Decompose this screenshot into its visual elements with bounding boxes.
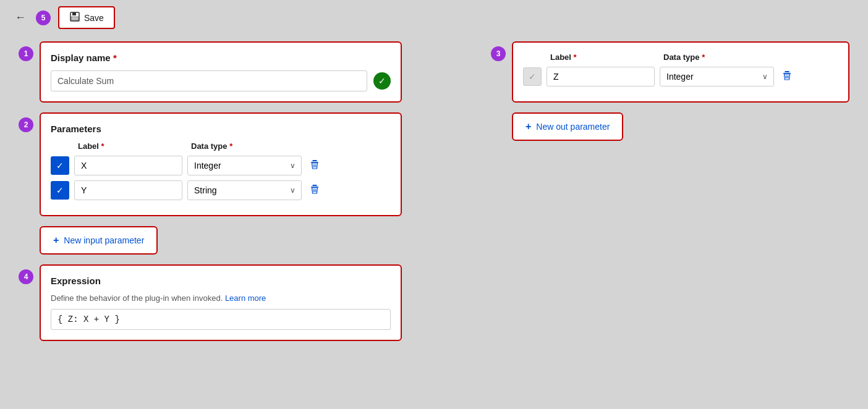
plus-icon-out: + xyxy=(525,121,531,132)
learn-more-link[interactable]: Learn more xyxy=(225,293,266,303)
param-datatype-select-x[interactable]: Integer String Boolean Float Date xyxy=(187,156,302,175)
out-param-row-z: ✓ Integer String Boolean Float Date ∨ xyxy=(523,67,838,86)
out-param-headers: Label * Data type * xyxy=(523,53,838,62)
step-1-badge: 1 xyxy=(19,46,33,61)
parameters-section: 2 Parameters Label * Data type * ✓ xyxy=(19,112,402,216)
parameters-card: Parameters Label * Data type * ✓ xyxy=(40,112,402,216)
new-out-param-label: New out parameter xyxy=(536,122,610,132)
display-name-input-wrapper: ✓ xyxy=(51,70,391,91)
param-checkbox-y[interactable]: ✓ xyxy=(51,181,69,200)
left-column: 1 Display name * ✓ 2 Parameters xyxy=(19,41,402,341)
delete-param-y-button[interactable] xyxy=(307,181,323,200)
back-button[interactable]: ← xyxy=(12,9,28,27)
parameters-title: Parameters xyxy=(51,124,391,134)
toolbar: ← 5 Save xyxy=(0,0,868,35)
new-out-param-button[interactable]: + New out parameter xyxy=(512,112,623,141)
out-parameter-section: 3 Label * Data type * xyxy=(491,41,849,141)
expression-title: Expression xyxy=(51,276,391,286)
param-label-input-y[interactable] xyxy=(74,180,182,200)
svg-rect-12 xyxy=(783,73,791,74)
out-param-datatype-select-z[interactable]: Integer String Boolean Float Date xyxy=(660,67,774,86)
svg-rect-4 xyxy=(311,162,318,163)
display-name-input[interactable] xyxy=(51,70,367,91)
step-5-badge: 5 xyxy=(36,11,51,25)
valid-checkmark: ✓ xyxy=(373,72,391,90)
param-datatype-select-wrapper-x: Integer String Boolean Float Date ∨ xyxy=(187,156,302,175)
display-name-section: 1 Display name * ✓ xyxy=(19,41,402,103)
expression-input[interactable] xyxy=(51,309,391,330)
main-layout: 1 Display name * ✓ 2 Parameters xyxy=(0,35,868,353)
step-2-badge: 2 xyxy=(19,117,33,132)
expression-description: Define the behavior of the plug-in when … xyxy=(51,293,391,303)
svg-rect-8 xyxy=(311,187,318,188)
svg-rect-1 xyxy=(72,12,76,15)
step-3-badge: 3 xyxy=(491,46,506,61)
save-label: Save xyxy=(84,13,104,23)
out-param-card: Label * Data type * ✓ xyxy=(512,41,849,103)
param-row-x: ✓ Integer String Boolean Float Date ∨ xyxy=(51,156,391,175)
param-checkbox-x[interactable]: ✓ xyxy=(51,156,69,175)
out-param-datatype-select-wrapper-z: Integer String Boolean Float Date ∨ xyxy=(660,67,774,86)
expression-card: Expression Define the behavior of the pl… xyxy=(40,264,402,341)
display-name-card: Display name * ✓ xyxy=(40,41,402,103)
param-row-y: ✓ Integer String Boolean Float Date ∨ xyxy=(51,180,391,200)
out-param-label-input-z[interactable] xyxy=(547,67,655,86)
expression-section: 4 Expression Define the behavior of the … xyxy=(19,264,402,341)
new-input-param-button[interactable]: + New input parameter xyxy=(40,226,158,255)
datatype-header: Data type * xyxy=(191,141,305,151)
save-button[interactable]: Save xyxy=(58,6,115,29)
param-datatype-select-wrapper-y: Integer String Boolean Float Date ∨ xyxy=(187,180,302,200)
plus-icon: + xyxy=(53,235,59,246)
param-headers: Label * Data type * xyxy=(51,141,391,151)
delete-out-param-z-button[interactable] xyxy=(779,67,795,86)
out-datatype-header: Data type * xyxy=(663,53,778,62)
label-header: Label * xyxy=(78,141,186,151)
display-name-title: Display name * xyxy=(51,53,391,63)
save-icon xyxy=(69,11,80,24)
right-column: 3 Label * Data type * xyxy=(491,41,849,341)
step-4-badge: 4 xyxy=(19,269,33,284)
new-input-param-label: New input parameter xyxy=(64,235,144,245)
delete-param-x-button[interactable] xyxy=(307,156,323,175)
out-label-header: Label * xyxy=(550,53,658,62)
out-param-checkbox-z[interactable]: ✓ xyxy=(523,67,542,86)
svg-rect-2 xyxy=(71,17,79,20)
param-label-input-x[interactable] xyxy=(74,156,182,175)
param-datatype-select-y[interactable]: Integer String Boolean Float Date xyxy=(187,180,302,200)
